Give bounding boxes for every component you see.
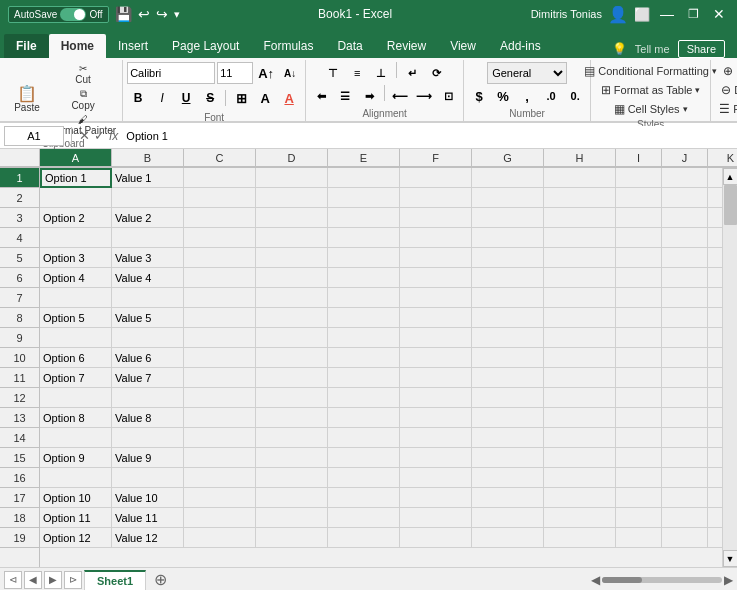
list-item[interactable] xyxy=(472,308,544,328)
page-scroll-left[interactable]: ◀ xyxy=(591,573,600,587)
list-item[interactable]: Value 7 xyxy=(112,368,184,388)
list-item[interactable]: Value 9 xyxy=(112,448,184,468)
align-right-button[interactable]: ➡ xyxy=(358,85,380,107)
tab-file[interactable]: File xyxy=(4,34,49,58)
qat-more-icon[interactable]: ▾ xyxy=(174,8,180,21)
currency-button[interactable]: $ xyxy=(468,85,490,107)
strikethrough-button[interactable]: S xyxy=(199,87,221,109)
list-item[interactable] xyxy=(616,308,662,328)
list-item[interactable]: Option 4 xyxy=(40,268,112,288)
col-header-a[interactable]: A xyxy=(40,149,112,167)
list-item[interactable]: Value 5 xyxy=(112,308,184,328)
list-item[interactable]: Option 11 xyxy=(40,508,112,528)
list-item[interactable] xyxy=(616,168,662,188)
list-item[interactable] xyxy=(256,348,328,368)
row-header-9[interactable]: 9 xyxy=(0,328,39,348)
list-item[interactable] xyxy=(400,308,472,328)
list-item[interactable] xyxy=(472,368,544,388)
cut-button[interactable]: ✂ Cut xyxy=(48,62,118,86)
paste-button[interactable]: 📋 Paste xyxy=(8,84,46,115)
autosave-toggle[interactable] xyxy=(60,8,86,21)
list-item[interactable]: Option 5 xyxy=(40,308,112,328)
list-item[interactable]: Option 12 xyxy=(40,528,112,548)
list-item[interactable] xyxy=(112,428,184,448)
tab-data[interactable]: Data xyxy=(325,34,374,58)
list-item[interactable] xyxy=(40,388,112,408)
row-header-6[interactable]: 6 xyxy=(0,268,39,288)
list-item[interactable]: Option 10 xyxy=(40,488,112,508)
col-header-e[interactable]: E xyxy=(328,149,400,167)
list-item[interactable] xyxy=(40,328,112,348)
row-header-8[interactable]: 8 xyxy=(0,308,39,328)
list-item[interactable] xyxy=(662,248,708,268)
font-size-input[interactable] xyxy=(217,62,253,84)
cell-styles-button[interactable]: ▦ Cell Styles ▾ xyxy=(610,100,692,118)
list-item[interactable] xyxy=(184,248,256,268)
sheet-tab-sheet1[interactable]: Sheet1 xyxy=(84,570,146,590)
list-item[interactable] xyxy=(40,428,112,448)
sheet-nav-prev[interactable]: ◀ xyxy=(24,571,42,589)
list-item[interactable] xyxy=(184,188,256,208)
list-item[interactable] xyxy=(708,348,722,368)
col-header-d[interactable]: D xyxy=(256,149,328,167)
list-item[interactable] xyxy=(256,288,328,308)
list-item[interactable] xyxy=(616,188,662,208)
list-item[interactable] xyxy=(256,368,328,388)
list-item[interactable] xyxy=(400,468,472,488)
list-item[interactable] xyxy=(544,188,616,208)
list-item[interactable] xyxy=(544,328,616,348)
list-item[interactable] xyxy=(328,448,400,468)
list-item[interactable] xyxy=(544,228,616,248)
row-header-17[interactable]: 17 xyxy=(0,488,39,508)
list-item[interactable] xyxy=(662,408,708,428)
format-button[interactable]: ☰ Format ▾ xyxy=(715,100,737,118)
list-item[interactable] xyxy=(616,528,662,548)
fill-color-button[interactable]: A xyxy=(254,87,276,109)
tab-formulas[interactable]: Formulas xyxy=(251,34,325,58)
list-item[interactable] xyxy=(544,368,616,388)
list-item[interactable] xyxy=(256,528,328,548)
increase-font-button[interactable]: A↑ xyxy=(255,62,277,84)
list-item[interactable] xyxy=(400,188,472,208)
row-header-7[interactable]: 7 xyxy=(0,288,39,308)
list-item[interactable] xyxy=(256,428,328,448)
list-item[interactable] xyxy=(662,508,708,528)
list-item[interactable] xyxy=(544,388,616,408)
col-header-c[interactable]: C xyxy=(184,149,256,167)
list-item[interactable] xyxy=(40,288,112,308)
list-item[interactable] xyxy=(708,228,722,248)
row-header-5[interactable]: 5 xyxy=(0,248,39,268)
list-item[interactable] xyxy=(400,248,472,268)
list-item[interactable] xyxy=(328,248,400,268)
increase-decimal-button[interactable]: 0. xyxy=(564,85,586,107)
list-item[interactable] xyxy=(472,208,544,228)
list-item[interactable] xyxy=(400,428,472,448)
list-item[interactable] xyxy=(184,448,256,468)
list-item[interactable] xyxy=(256,308,328,328)
list-item[interactable]: Value 6 xyxy=(112,348,184,368)
list-item[interactable] xyxy=(544,448,616,468)
list-item[interactable] xyxy=(708,208,722,228)
list-item[interactable]: Option 2 xyxy=(40,208,112,228)
list-item[interactable] xyxy=(328,468,400,488)
right-scrollbar[interactable]: ▲ ▼ xyxy=(722,168,737,567)
list-item[interactable] xyxy=(184,328,256,348)
row-header-12[interactable]: 12 xyxy=(0,388,39,408)
list-item[interactable] xyxy=(544,508,616,528)
list-item[interactable] xyxy=(708,448,722,468)
list-item[interactable] xyxy=(256,508,328,528)
list-item[interactable] xyxy=(544,268,616,288)
list-item[interactable] xyxy=(708,268,722,288)
row-header-15[interactable]: 15 xyxy=(0,448,39,468)
list-item[interactable] xyxy=(616,508,662,528)
row-header-13[interactable]: 13 xyxy=(0,408,39,428)
list-item[interactable] xyxy=(616,388,662,408)
list-item[interactable] xyxy=(328,408,400,428)
list-item[interactable] xyxy=(328,288,400,308)
row-header-11[interactable]: 11 xyxy=(0,368,39,388)
list-item[interactable] xyxy=(616,468,662,488)
list-item[interactable] xyxy=(184,488,256,508)
list-item[interactable] xyxy=(544,408,616,428)
col-header-k[interactable]: K xyxy=(708,149,737,167)
list-item[interactable]: Option 1 xyxy=(40,168,112,188)
